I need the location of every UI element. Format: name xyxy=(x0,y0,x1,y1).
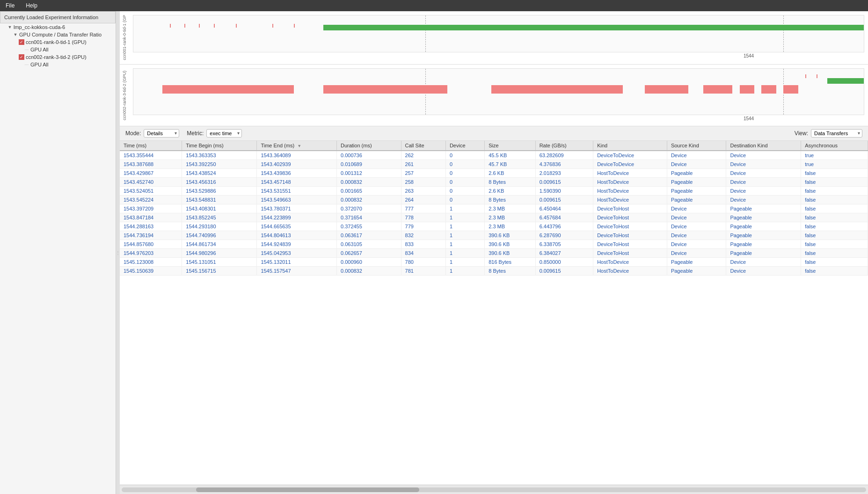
cell-time_end_ms: 1543.439836 xyxy=(257,168,337,177)
tree-item-node2[interactable]: ccn002-rank-3-tid-2 (GPU) xyxy=(0,53,116,61)
cell-kind: DeviceToHost xyxy=(593,204,667,213)
chart2-canvas[interactable] xyxy=(133,68,864,115)
cell-kind: DeviceToHost xyxy=(593,213,667,222)
cell-time_ms: 1545.123008 xyxy=(120,257,182,266)
table-row[interactable]: 1543.4527401543.4563161543.4571480.00083… xyxy=(120,177,868,186)
col-duration[interactable]: Duration (ms) xyxy=(336,141,401,151)
table-row[interactable]: 1543.5452241543.5488311543.5496630.00083… xyxy=(120,195,868,204)
cell-time_end_ms: 1543.531551 xyxy=(257,186,337,195)
cell-call_site: 261 xyxy=(401,160,445,168)
cell-time_begin_ms: 1544.980296 xyxy=(182,248,257,257)
scrollbar-track[interactable] xyxy=(122,487,866,492)
cell-time_ms: 1543.545224 xyxy=(120,195,182,204)
cell-time_begin_ms: 1544.293180 xyxy=(182,222,257,231)
table-row[interactable]: 1544.2881631544.2931801544.6656350.37245… xyxy=(120,222,868,231)
expand-arrow-exp[interactable]: ▼ xyxy=(7,25,12,29)
cell-asynchronous: false xyxy=(801,186,868,195)
bottom-scrollbar[interactable] xyxy=(120,485,868,494)
chart1-tick xyxy=(170,24,171,28)
col-rate[interactable]: Rate (GB/s) xyxy=(535,141,593,151)
col-size[interactable]: Size xyxy=(485,141,535,151)
table-row[interactable]: 1544.8576801544.8617341544.9248390.06310… xyxy=(120,240,868,248)
tree-item-exp[interactable]: ▼lmp_cc-kokkos-cuda-6 xyxy=(0,23,116,31)
col-call-site[interactable]: Call Site xyxy=(401,141,445,151)
tree-item-node2-gpu[interactable]: —GPU All xyxy=(0,61,116,68)
cell-device: 0 xyxy=(445,195,484,204)
scrollbar-thumb[interactable] xyxy=(196,487,419,492)
cell-time_ms: 1543.397209 xyxy=(120,204,182,213)
cell-destination_kind: Pageable xyxy=(726,240,801,248)
cell-asynchronous: true xyxy=(801,151,868,160)
chart1-y-label: ccn001-rank-0-tid-1 (GP xyxy=(120,15,129,60)
cell-size: 2.3 MB xyxy=(485,204,535,213)
cell-duration_ms: 0.000960 xyxy=(336,257,401,266)
cell-destination_kind: Device xyxy=(726,186,801,195)
cell-device: 0 xyxy=(445,168,484,177)
content-area: ccn001-rank-0-tid-1 (GP xyxy=(120,11,868,494)
cell-asynchronous: false xyxy=(801,213,868,222)
cell-destination_kind: Pageable xyxy=(726,248,801,257)
expand-arrow-ratio[interactable]: ▼ xyxy=(13,32,18,37)
table-row[interactable]: 1543.4298671543.4385241543.4398360.00131… xyxy=(120,168,868,177)
tree-item-node1[interactable]: ccn001-rank-0-tid-1 (GPU) xyxy=(0,38,116,46)
chart1-tick xyxy=(272,24,273,28)
mode-select-wrapper: Details Summary xyxy=(144,129,179,138)
cell-kind: HostToDevice xyxy=(593,195,667,204)
chart1-green-bar xyxy=(323,25,864,30)
table-row[interactable]: 1543.8471841543.8522451544.2238990.37165… xyxy=(120,213,868,222)
checkbox-node2[interactable] xyxy=(19,54,24,60)
cell-destination_kind: Device xyxy=(726,168,801,177)
table-row[interactable]: 1544.9762031544.9802961545.0429530.06265… xyxy=(120,248,868,257)
cell-device: 0 xyxy=(445,186,484,195)
cell-duration_ms: 0.372455 xyxy=(336,222,401,231)
cell-duration_ms: 0.000832 xyxy=(336,177,401,186)
expand-arrow-node2-gpu[interactable]: — xyxy=(24,62,29,67)
table-row[interactable]: 1543.3876881543.3922501543.4029390.01068… xyxy=(120,160,868,168)
cell-time_ms: 1543.387688 xyxy=(120,160,182,168)
col-device[interactable]: Device xyxy=(445,141,484,151)
menu-help[interactable]: Help xyxy=(24,1,39,10)
checkbox-node1[interactable] xyxy=(19,39,24,45)
cell-source_kind: Device xyxy=(667,231,726,240)
metric-select[interactable]: exec time count xyxy=(206,129,242,138)
col-source-kind[interactable]: Source Kind xyxy=(667,141,726,151)
cell-kind: DeviceToHost xyxy=(593,222,667,231)
cell-destination_kind: Device xyxy=(726,160,801,168)
tree-label-ratio: GPU Compute / Data Transfer Ratio xyxy=(19,32,102,37)
col-dest-kind[interactable]: Destination Kind xyxy=(726,141,801,151)
cell-time_end_ms: 1544.665635 xyxy=(257,222,337,231)
cell-rate_gbs: 63.282609 xyxy=(535,151,593,160)
cell-device: 0 xyxy=(445,177,484,186)
expand-arrow-node1-gpu[interactable]: — xyxy=(24,47,29,52)
col-time-end[interactable]: Time End (ms) ▼ xyxy=(257,141,337,151)
col-time-ms[interactable]: Time (ms) xyxy=(120,141,182,151)
mode-select[interactable]: Details Summary xyxy=(144,129,179,138)
cell-call_site: 779 xyxy=(401,222,445,231)
tree-label-node2: ccn002-rank-3-tid-2 (GPU) xyxy=(26,54,87,60)
col-kind[interactable]: Kind xyxy=(593,141,667,151)
cell-rate_gbs: 2.018293 xyxy=(535,168,593,177)
chart1-canvas[interactable] xyxy=(133,15,864,52)
table-row[interactable]: 1545.1230081545.1310511545.1320110.00096… xyxy=(120,257,868,266)
table-row[interactable]: 1543.3554441543.3633531543.3640890.00073… xyxy=(120,151,868,160)
cell-rate_gbs: 6.443796 xyxy=(535,222,593,231)
cell-device: 1 xyxy=(445,248,484,257)
sidebar-resize-handle[interactable]: ⋮ xyxy=(116,11,120,494)
view-select[interactable]: Data Transfers Kernels All xyxy=(811,129,862,138)
tree-item-ratio[interactable]: ▼GPU Compute / Data Transfer Ratio xyxy=(0,31,116,38)
cell-source_kind: Device xyxy=(667,160,726,168)
table-row[interactable]: 1545.1506391545.1567151545.1575470.00083… xyxy=(120,266,868,275)
cell-rate_gbs: 1.590390 xyxy=(535,186,593,195)
table-row[interactable]: 1543.3972091543.4083011543.7803710.37207… xyxy=(120,204,868,213)
cell-kind: DeviceToHost xyxy=(593,248,667,257)
menu-file[interactable]: File xyxy=(4,1,16,10)
cell-time_begin_ms: 1545.156715 xyxy=(182,266,257,275)
col-time-begin[interactable]: Time Begin (ms) xyxy=(182,141,257,151)
tree-item-node1-gpu[interactable]: —GPU All xyxy=(0,46,116,53)
cell-asynchronous: false xyxy=(801,177,868,186)
chart2-pink-bar xyxy=(783,85,798,94)
table-row[interactable]: 1544.7361941544.7409961544.8046130.06361… xyxy=(120,231,868,240)
col-async[interactable]: Asynchronous xyxy=(801,141,868,151)
cell-destination_kind: Device xyxy=(726,266,801,275)
table-row[interactable]: 1543.5240511543.5298861543.5315510.00166… xyxy=(120,186,868,195)
